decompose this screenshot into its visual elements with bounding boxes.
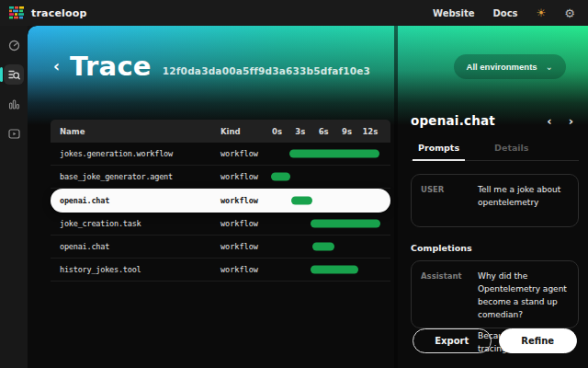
tab-details[interactable]: Details [489, 138, 534, 161]
back-chevron-icon[interactable]: ‹ [53, 59, 60, 75]
span-timeline-lane [271, 213, 390, 235]
docs-link[interactable]: Docs [493, 8, 518, 18]
brand[interactable]: traceloop [9, 6, 87, 19]
spans-table-header: Name Kind 0s3s6s9s12s [51, 120, 390, 143]
panel-divider [394, 26, 398, 368]
sidebar-item-dashboard[interactable] [4, 35, 24, 55]
span-duration-bar [271, 173, 290, 181]
completion-message-card: Assistant Why did the Opentelemetry agen… [411, 260, 579, 328]
panel-actions: Export Refine [411, 328, 579, 353]
tab-prompts[interactable]: Prompts [413, 138, 465, 161]
theme-toggle-sun-icon[interactable]: ☀ [537, 7, 547, 18]
timeline-tick: 3s [295, 127, 305, 136]
span-timeline-lane [271, 189, 390, 212]
spans-table: Name Kind 0s3s6s9s12s jokes.generation.w… [51, 120, 390, 282]
span-kind: workflow [220, 219, 271, 228]
export-button[interactable]: Export [413, 328, 492, 353]
timeline-tick: 6s [319, 127, 329, 136]
span-name: openai.chat [51, 196, 220, 205]
span-duration-bar [291, 196, 312, 204]
left-sidebar [0, 26, 28, 368]
traces-search-icon [8, 69, 20, 81]
traceloop-logo-icon [9, 6, 25, 19]
panel-tabs: Prompts Details [411, 138, 579, 161]
top-nav: Website Docs ☀ ⚙ [433, 7, 575, 19]
prompt-message-card: USER Tell me a joke about opentelemetry [411, 174, 579, 227]
span-row[interactable]: history_jokes.tool workflow [51, 259, 390, 282]
column-header-name: Name [51, 127, 220, 136]
panel-header: openai.chat ‹ › [411, 113, 579, 128]
prompt-text: Tell me a joke about opentelemetry [478, 184, 569, 217]
span-kind: workflow [220, 265, 271, 274]
span-timeline-lane [271, 236, 390, 258]
span-detail-panel: openai.chat ‹ › Prompts Details USER Tel… [398, 26, 588, 368]
span-row[interactable]: openai.chat workflow [51, 189, 390, 213]
span-duration-bar [311, 220, 380, 228]
span-duration-bar [312, 243, 334, 251]
span-name: openai.chat [51, 242, 220, 251]
spans-table-body: jokes.generation.workflow workflow base_… [51, 143, 390, 282]
playground-video-icon [8, 128, 20, 140]
prev-span-chevron-icon[interactable]: ‹ [547, 115, 551, 127]
timeline-tick: 0s [272, 127, 282, 136]
span-name: base_joke_generator.agent [51, 172, 220, 181]
trace-id: 12f0da3da00a5ff9d3a633b5dfaf10e3 [163, 65, 370, 80]
timeline-axis: 0s3s6s9s12s [271, 120, 390, 143]
span-name: jokes.generation.workflow [51, 149, 220, 158]
timeline-tick: 12s [362, 127, 378, 136]
span-duration-bar [289, 150, 379, 158]
span-timeline-lane [271, 143, 390, 165]
traceloop-app: traceloop Website Docs ☀ ⚙ [0, 0, 588, 368]
main-content: ‹ Trace 12f0da3da00a5ff9d3a633b5dfaf10e3… [28, 26, 588, 368]
top-bar: traceloop Website Docs ☀ ⚙ [0, 0, 588, 26]
refine-button[interactable]: Refine [499, 328, 578, 353]
span-row[interactable]: openai.chat workflow [51, 236, 390, 259]
span-title: openai.chat [411, 113, 495, 128]
span-kind: workflow [220, 172, 271, 181]
span-name: joke_creation.task [51, 219, 220, 228]
span-row[interactable]: base_joke_generator.agent workflow [51, 166, 390, 189]
next-span-chevron-icon[interactable]: › [569, 115, 573, 127]
span-name: history_jokes.tool [51, 265, 220, 274]
span-kind: workflow [220, 149, 271, 158]
completions-heading: Completions [411, 243, 579, 253]
sidebar-item-playground[interactable] [4, 123, 24, 144]
website-link[interactable]: Website [433, 8, 475, 18]
span-kind: workflow [220, 196, 271, 205]
timeline-tick: 9s [342, 127, 352, 136]
column-header-kind: Kind [220, 127, 271, 136]
dashboard-icon [8, 40, 20, 52]
span-timeline-lane [271, 259, 390, 281]
span-row[interactable]: joke_creation.task workflow [51, 213, 390, 236]
page-title: Trace [70, 53, 152, 80]
sidebar-item-traces[interactable] [4, 64, 24, 85]
span-duration-bar [311, 266, 358, 274]
span-row[interactable]: jokes.generation.workflow workflow [51, 143, 390, 166]
span-pager: ‹ › [547, 115, 579, 127]
span-timeline-lane [271, 166, 390, 188]
prompt-role-label: USER [421, 184, 472, 217]
settings-gear-icon[interactable]: ⚙ [564, 7, 575, 19]
metrics-bar-chart-icon [8, 98, 20, 110]
span-kind: workflow [220, 242, 271, 251]
brand-name: traceloop [31, 7, 87, 19]
sidebar-item-metrics[interactable] [4, 94, 24, 114]
